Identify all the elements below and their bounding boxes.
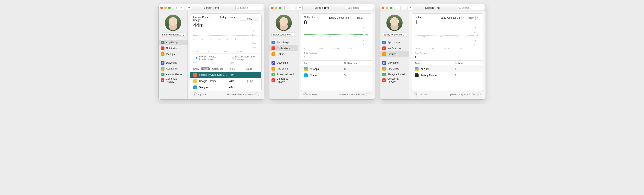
sidebar-item-app-limits[interactable]: ⌛ App Limits (380, 66, 409, 72)
date-select[interactable]: Today, October 8 ▴▾ (329, 16, 350, 19)
date-select[interactable]: Today, October 8 ▴▾ (440, 16, 460, 19)
chart: 10512 AM6 AM12 PM6 PM (304, 39, 369, 51)
options-label[interactable]: Options (420, 93, 428, 96)
table-row[interactable]: Slack 44m (190, 90, 261, 91)
sidebar-item-always-allowed[interactable]: ✓ Always Allowed (380, 72, 409, 78)
table-row[interactable]: All Apps 8 (301, 66, 372, 72)
table-row[interactable]: Activity Monitor 1 (412, 72, 483, 78)
help-button[interactable]: ? (477, 92, 480, 96)
sub-title: Total Pickups (412, 51, 483, 56)
seg-categories[interactable]: Categories (211, 68, 224, 70)
minimize-icon[interactable] (386, 7, 388, 9)
nav-back-forward[interactable] (395, 6, 406, 10)
zoom-icon[interactable] (168, 7, 171, 9)
help-button[interactable]: ? (255, 92, 259, 96)
window-controls[interactable] (382, 7, 392, 9)
app-icon (304, 67, 308, 71)
app-time: 44m (230, 74, 244, 76)
user-select[interactable]: Sandy Writtenhou… ▴▾ (382, 32, 407, 37)
search-input[interactable]: Search (346, 6, 373, 10)
sidebar-item-app-usage[interactable]: ≡ App Usage (380, 40, 409, 46)
help-button[interactable]: ? (366, 92, 370, 96)
sidebar-item-app-limits[interactable]: ⌛ App Limits (270, 66, 298, 72)
prev-day-button[interactable] (350, 16, 355, 20)
sidebar-item-pickups[interactable]: ⇪ Pickups (380, 51, 409, 57)
minimize-icon[interactable] (164, 7, 167, 9)
th-time: Time (230, 68, 244, 70)
grid-button[interactable] (408, 6, 413, 10)
metric-value: 44m (193, 22, 220, 28)
table-row[interactable]: Telegram 44m (190, 84, 261, 90)
sidebar-item-notifications[interactable]: ◻ Notifications (159, 46, 188, 51)
window-controls[interactable] (271, 7, 282, 9)
next-day-button[interactable] (364, 16, 369, 20)
app-name: Telegram (199, 86, 227, 89)
user-select[interactable]: Sandy Writtenhou… ▴▾ (161, 32, 186, 37)
today-button[interactable]: Today (466, 16, 475, 20)
sidebar-item-notifications[interactable]: ◻ Notifications (380, 46, 409, 51)
gear-icon[interactable] (193, 92, 197, 96)
table-row[interactable]: Skype 5 (301, 72, 372, 78)
sidebar-item-always-allowed[interactable]: ✓ Always Allowed (159, 72, 188, 78)
sidebar-item-downtime[interactable]: ◐ Downtime (159, 60, 188, 66)
next-day-button[interactable] (476, 16, 480, 20)
sidebar-item-content-privacy[interactable]: ⊘ Content & Privacy (270, 78, 298, 83)
table-row[interactable]: Firefox: Private, Safe Browser 44m (190, 72, 261, 78)
grid-button[interactable] (297, 6, 302, 10)
date-stepper[interactable]: Today (240, 16, 258, 21)
today-button[interactable]: Today (355, 16, 364, 20)
today-button[interactable]: Today (244, 16, 254, 21)
pickups-icon: ⇪ (272, 52, 275, 56)
options-label[interactable]: Options (198, 93, 206, 96)
forward-button[interactable] (400, 6, 406, 10)
sidebar-item-pickups[interactable]: ⇪ Pickups (270, 51, 298, 57)
zoom-icon[interactable] (279, 7, 282, 9)
back-button[interactable] (395, 6, 400, 10)
gear-icon[interactable] (414, 92, 418, 96)
sidebar-item-always-allowed[interactable]: ✓ Always Allowed (270, 72, 298, 78)
nav-back-forward[interactable] (284, 6, 295, 10)
date-stepper[interactable]: Today (461, 16, 480, 20)
sidebar-item-downtime[interactable]: ◐ Downtime (270, 60, 298, 66)
options-label[interactable]: Options (309, 93, 317, 96)
forward-button[interactable] (290, 6, 295, 10)
sidebar-item-downtime[interactable]: ◐ Downtime (380, 60, 409, 66)
prev-day-button[interactable] (461, 16, 466, 20)
close-icon[interactable] (160, 7, 163, 9)
search-input[interactable]: Search (236, 6, 262, 10)
content-privacy-icon: ⊘ (161, 78, 164, 82)
back-button[interactable] (174, 6, 179, 10)
search-placeholder: Search (351, 6, 359, 9)
window-controls[interactable] (160, 7, 171, 9)
nav-back-forward[interactable] (174, 6, 184, 10)
sidebar-item-notifications[interactable]: ◻ Notifications (270, 46, 298, 51)
close-icon[interactable] (271, 7, 274, 9)
sidebar-item-content-privacy[interactable]: ⊘ Content & Privacy (159, 78, 188, 83)
sidebar-item-pickups[interactable]: ⇪ Pickups (159, 51, 188, 57)
prev-day-button[interactable] (240, 16, 244, 21)
grid-button[interactable] (186, 6, 192, 10)
minimize-icon[interactable] (275, 7, 278, 9)
always-allowed-icon: ✓ (272, 72, 275, 76)
updated-label: Updated today at 9:28 AM (338, 93, 364, 96)
date-stepper[interactable]: Today (350, 16, 369, 20)
sidebar-item-app-usage[interactable]: ≡ App Usage (159, 40, 188, 46)
close-icon[interactable] (382, 7, 384, 9)
app-time: 44m (230, 86, 244, 89)
forward-button[interactable] (179, 6, 184, 10)
gear-icon[interactable] (304, 92, 308, 96)
table-row[interactable]: Google Chrome 44m (190, 78, 261, 84)
sidebar-item-app-limits[interactable]: ⌛ App Limits (159, 66, 188, 72)
zoom-icon[interactable] (390, 7, 392, 9)
date-select[interactable]: Today, October 8 ▴▾ (220, 16, 238, 22)
sidebar-item-app-usage[interactable]: ≡ App Usage (270, 40, 298, 46)
next-day-button[interactable] (254, 16, 258, 21)
seg-apps[interactable]: Apps (201, 68, 210, 70)
search-placeholder: Search (240, 6, 248, 9)
sidebar-item-content-privacy[interactable]: ⊘ Content & Privacy (380, 78, 409, 83)
table-row[interactable]: All Apps 1 (412, 66, 483, 72)
search-input[interactable]: Search (457, 6, 484, 10)
back-button[interactable] (284, 6, 290, 10)
downtime-icon: ◐ (161, 61, 164, 65)
user-select[interactable]: Sandy Writtenhou… ▴▾ (272, 32, 296, 37)
